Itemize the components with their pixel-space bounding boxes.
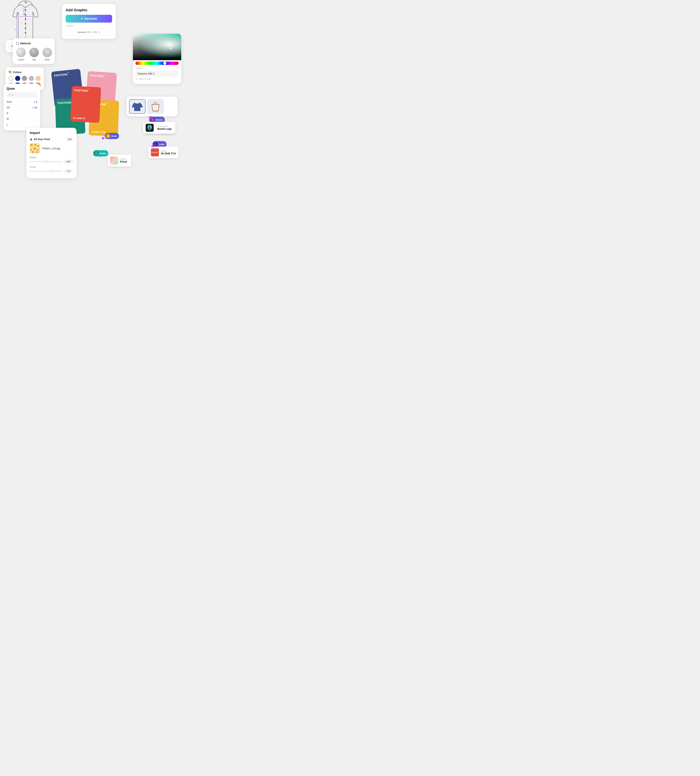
qty-row-xxs: XXS + 3 (7, 99, 37, 105)
generate-icon: ✦ (80, 17, 83, 20)
pantone-code-red: 16-1546 TC (73, 117, 97, 120)
products-card (127, 97, 178, 116)
rainbow-slider[interactable] (135, 62, 178, 65)
sweatshirt-icon (131, 101, 143, 112)
arrow-adam: ▶ (99, 153, 102, 158)
qty-row-l: L (7, 122, 37, 127)
screenprint-value: Brand Logo (157, 127, 172, 130)
generate-label: Generate (84, 17, 97, 20)
swatch-navy[interactable] (15, 76, 20, 81)
scale-label: Scale (30, 165, 73, 168)
add-graphic-title: Add Graphic (66, 8, 112, 12)
swatch-gray[interactable] (22, 76, 27, 81)
color-picker-card: t Match in. order: 5 units (133, 34, 181, 84)
swatch-lightgray[interactable] (29, 76, 34, 81)
add-graphic-card: Add Graphic ✦ Generate Library Upload PN… (62, 4, 116, 39)
svg-point-4 (37, 145, 39, 147)
colour-title-text: Colour (13, 70, 22, 74)
svg-point-9 (36, 151, 38, 153)
luke-avatar: L (153, 142, 158, 147)
material-cotton[interactable]: Cotton (16, 48, 26, 61)
pattern-preview (30, 143, 40, 153)
svg-text:A: A (23, 10, 25, 12)
svg-point-16 (25, 28, 26, 29)
colour-icon: 🎨 (8, 70, 12, 74)
pattern-label: Pattern (120, 158, 127, 160)
import-title: Import (30, 131, 73, 135)
color-picker-thumb[interactable] (169, 46, 172, 49)
colour-anno-value: 16-1546 TCX (161, 152, 176, 155)
material-items: Cotton Silk Wool (16, 48, 52, 61)
arrow-luke: ▶ (151, 144, 154, 149)
rotate-section: Rotate 180° (30, 156, 73, 164)
silk-swatch (29, 48, 39, 57)
pattern-value: Floral (120, 160, 127, 163)
count-xs: + 10 (32, 106, 37, 109)
quantity-search[interactable]: ⊙ G (7, 92, 37, 98)
aron-avatar: A (106, 134, 110, 138)
brand-logo-image (146, 124, 154, 132)
import-card: Import 🖨 All Over Print +$4 Pattern_123.… (27, 128, 77, 178)
min-order-text: in. order: 5 units (133, 77, 181, 81)
size-xxs: XXS (7, 100, 12, 103)
arrow-aron: ▶ (102, 136, 105, 140)
size-m: M (7, 117, 9, 120)
brand-annotation: Screenprint Brand Logo (143, 122, 174, 133)
tote-icon (149, 101, 162, 112)
price-badge: +$4 (66, 137, 73, 141)
luke-bubble[interactable]: L Luke (152, 141, 167, 147)
arrow-gloria: ▶ (148, 115, 151, 120)
gloria-name: Gloria (156, 118, 163, 121)
pantone-brand-red: PANTONE® (74, 88, 98, 93)
print-label: 🖨 All Over Print (30, 138, 50, 141)
rotate-value: 180° (64, 160, 73, 164)
generate-button[interactable]: ✦ Generate (66, 15, 112, 23)
svg-point-14 (25, 19, 26, 20)
rotate-label: Rotate (30, 156, 73, 159)
print-icon: 🖨 (30, 138, 32, 141)
svg-text:D: D (15, 28, 17, 30)
product-tote[interactable] (147, 99, 164, 114)
colour-anno-label: Colour (161, 150, 176, 152)
rotate-row: 180° (30, 160, 73, 164)
svg-point-7 (37, 149, 39, 151)
brand-logo-svg (146, 124, 153, 132)
aron-bubble[interactable]: A Aron (105, 133, 119, 139)
rotate-track[interactable] (30, 162, 62, 162)
svg-point-17 (25, 32, 26, 33)
qty-row-m: M (7, 116, 37, 122)
svg-point-8 (32, 151, 34, 153)
size-l: L (7, 123, 8, 126)
cotton-swatch (16, 48, 26, 57)
swatch-peach[interactable] (35, 76, 41, 81)
pantone-mini: PANTONE® (151, 148, 159, 157)
quantity-title: Quan (7, 87, 37, 91)
color-canvas[interactable] (133, 34, 181, 60)
product-sweatshirt[interactable] (129, 99, 145, 114)
pattern-row: Pattern_123.jpg (30, 143, 73, 153)
scale-row: 2.2 (30, 169, 73, 173)
library-label: Library (66, 25, 112, 27)
svg-text:G: G (25, 1, 26, 3)
swatch-white[interactable] (8, 76, 13, 81)
screenprint-label: Screenprint (157, 125, 172, 127)
silk-label: Silk (32, 58, 36, 61)
pattern-filename: Pattern_123.jpg (42, 147, 60, 150)
material-silk[interactable]: Silk (29, 48, 39, 61)
upload-area[interactable]: Upload PNG, JPG, S (66, 28, 112, 35)
pantone-card-red[interactable]: PANTONE® 16-1546 TC (70, 86, 101, 123)
rotate-thumb[interactable] (45, 160, 48, 163)
svg-point-12 (25, 10, 26, 10)
material-icon: ⬚ (16, 42, 19, 45)
scale-value: 2.2 (64, 169, 73, 173)
rainbow-thumb[interactable] (163, 62, 167, 65)
pantone-input[interactable] (135, 71, 178, 77)
size-s: S (7, 112, 8, 115)
scale-thumb[interactable] (50, 170, 53, 173)
scale-track[interactable] (30, 171, 62, 172)
wool-label: Wool (45, 58, 50, 61)
pattern-annotation: Pattern Floral (108, 155, 131, 167)
qty-row-xs: XS + 10 (7, 105, 37, 110)
material-wool[interactable]: Wool (42, 48, 52, 61)
print-type-text: All Over Print (34, 138, 50, 141)
